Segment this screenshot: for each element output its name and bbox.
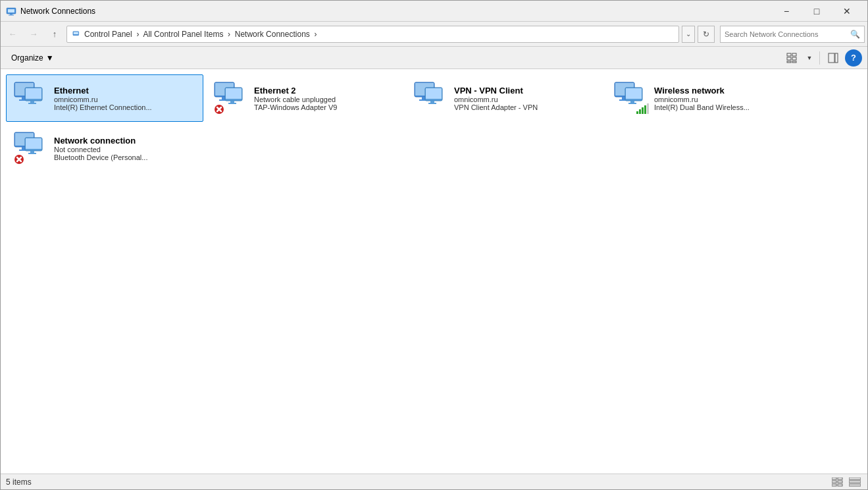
svg-rect-66 — [838, 477, 842, 479]
change-view-button[interactable] — [782, 49, 801, 67]
minimize-button[interactable]: − — [771, 1, 802, 22]
address-field[interactable]: Control Panel › All Control Panel Items … — [66, 26, 679, 43]
svg-rect-29 — [228, 103, 236, 104]
svg-rect-5 — [74, 32, 78, 34]
organize-label: Organize — [11, 53, 43, 63]
network-item-status: omnicomm.ru — [454, 95, 598, 103]
svg-rect-70 — [838, 484, 842, 486]
network-item-name: VPN - VPN Client — [454, 86, 598, 95]
status-list-view-button[interactable] — [848, 476, 862, 488]
app-icon — [6, 6, 16, 16]
svg-rect-20 — [30, 101, 34, 103]
status-bar: 5 items — [1, 474, 867, 489]
svg-rect-10 — [787, 61, 791, 63]
svg-rect-52 — [644, 105, 646, 114]
address-down-button[interactable]: ⌄ — [682, 26, 695, 43]
toolbar-divider — [819, 51, 820, 65]
svg-rect-19 — [26, 88, 41, 99]
signal-strength-icon — [636, 103, 649, 115]
network-item-name: Wireless network — [654, 86, 798, 95]
window-controls: − □ ✕ — [771, 1, 862, 22]
title-bar: Network Connections − □ ✕ — [1, 1, 867, 22]
network-item-wireless[interactable]: Wireless network omnicomm.ru Intel(R) Du… — [606, 74, 804, 122]
maximize-button[interactable]: □ — [802, 1, 832, 22]
svg-rect-21 — [28, 103, 36, 104]
close-button[interactable]: ✕ — [832, 1, 862, 22]
up-button[interactable]: ↑ — [45, 25, 64, 43]
svg-rect-8 — [787, 57, 791, 60]
network-item-bluetooth[interactable]: Network connection Not connected Bluetoo… — [6, 124, 203, 172]
svg-rect-2 — [10, 14, 13, 15]
svg-rect-9 — [792, 57, 796, 60]
network-item-vpn[interactable]: VPN - VPN Client omnicomm.ru VPN Client … — [406, 74, 603, 122]
network-item-adapter: Intel(R) Dual Band Wireless... — [654, 103, 798, 111]
svg-rect-12 — [829, 53, 834, 63]
disconnected-badge — [13, 153, 25, 165]
svg-rect-69 — [832, 484, 836, 486]
network-item-status: Network cable unplugged — [254, 95, 397, 103]
network-item-name: Network connection — [54, 136, 197, 146]
network-item-info: Ethernet 2 Network cable unplugged TAP-W… — [254, 86, 397, 111]
network-item-status: omnicomm.ru — [54, 95, 197, 103]
pane-icon — [828, 53, 838, 63]
svg-rect-68 — [838, 481, 842, 483]
svg-rect-60 — [30, 151, 34, 153]
svg-rect-6 — [787, 53, 791, 56]
svg-rect-28 — [230, 101, 234, 103]
svg-rect-46 — [626, 88, 642, 99]
network-item-status: omnicomm.ru — [654, 95, 798, 103]
network-item-info: Wireless network omnicomm.ru Intel(R) Du… — [654, 86, 798, 111]
svg-rect-51 — [642, 107, 644, 114]
window-title: Network Connections — [20, 7, 771, 16]
forward-button[interactable]: → — [24, 25, 43, 43]
address-dropdown: ⌄ ↻ — [682, 26, 715, 43]
network-item-name: Ethernet 2 — [254, 86, 397, 95]
network-item-info: VPN - VPN Client omnicomm.ru VPN Client … — [454, 86, 598, 111]
svg-rect-53 — [647, 103, 649, 114]
view-icon — [786, 53, 797, 63]
svg-rect-67 — [832, 481, 836, 483]
search-box[interactable]: 🔍 — [720, 26, 865, 43]
svg-rect-72 — [849, 481, 861, 483]
svg-rect-13 — [835, 53, 838, 63]
network-icon-area — [412, 80, 449, 117]
network-item-adapter: Bluetooth Device (Personal... — [54, 153, 197, 161]
svg-rect-40 — [428, 103, 436, 104]
breadcrumb-text: Control Panel › All Control Panel Items … — [84, 30, 317, 39]
network-item-adapter: TAP-Windows Adapter V9 — [254, 103, 397, 111]
back-button[interactable]: ← — [3, 25, 22, 43]
svg-rect-39 — [430, 101, 434, 103]
network-item-ethernet2[interactable]: Ethernet 2 Network cable unplugged TAP-W… — [206, 74, 403, 122]
organize-arrow-icon: ▼ — [46, 53, 54, 63]
svg-rect-61 — [28, 153, 36, 154]
svg-rect-50 — [639, 109, 641, 114]
network-item-status: Not connected — [54, 146, 197, 153]
svg-rect-3 — [9, 14, 14, 15]
svg-rect-73 — [849, 484, 861, 486]
toolbar: Organize ▼ ▼ ? — [1, 47, 867, 69]
content-area: Ethernet omnicomm.ru Intel(R) Ethernet C… — [1, 69, 867, 474]
network-item-adapter: Intel(R) Ethernet Connection... — [54, 103, 197, 111]
network-item-info: Network connection Not connected Bluetoo… — [54, 136, 197, 161]
svg-rect-1 — [8, 9, 14, 13]
svg-rect-47 — [630, 101, 634, 103]
svg-rect-59 — [26, 138, 41, 149]
svg-rect-49 — [636, 111, 638, 114]
preview-pane-button[interactable] — [824, 49, 842, 67]
network-icon-area — [212, 80, 249, 117]
network-item-ethernet[interactable]: Ethernet omnicomm.ru Intel(R) Ethernet C… — [6, 74, 203, 122]
refresh-button[interactable]: ↻ — [698, 26, 715, 43]
address-bar: ← → ↑ Control Panel › All Control Panel … — [1, 22, 867, 47]
disconnected-badge — [213, 103, 225, 115]
help-button[interactable]: ? — [845, 49, 862, 67]
organize-button[interactable]: Organize ▼ — [6, 51, 59, 65]
network-icon-area — [612, 80, 649, 117]
network-item-adapter: VPN Client Adapter - VPN — [454, 103, 598, 111]
status-details-view-button[interactable] — [830, 476, 845, 488]
network-item-name: Ethernet — [54, 86, 197, 95]
view-dropdown-button[interactable]: ▼ — [804, 49, 815, 67]
toolbar-right: ▼ ? — [782, 49, 862, 67]
search-input[interactable] — [725, 30, 850, 38]
search-icon[interactable]: 🔍 — [850, 30, 860, 39]
network-icon-area — [12, 80, 49, 117]
